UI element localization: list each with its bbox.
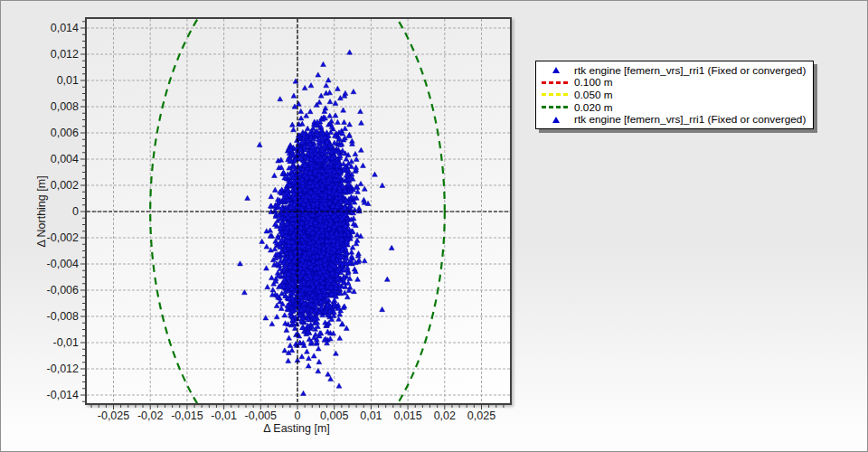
y-tick-label: -0,012 <box>6 362 79 376</box>
y-tick-label: -0,004 <box>6 257 79 271</box>
dashed-line-swatch-icon <box>538 106 574 108</box>
dashed-line-swatch-icon <box>538 93 574 96</box>
y-tick-label: 0,006 <box>6 126 79 140</box>
y-tick-label: -0,008 <box>6 309 79 324</box>
y-axis-title: Δ Northing [m] <box>35 175 48 247</box>
legend: rtk engine [femern_vrs]_rri1 (Fixed or c… <box>535 61 814 129</box>
legend-entry[interactable]: rtk engine [femern_vrs]_rri1 (Fixed or c… <box>538 64 806 77</box>
dashed-line-swatch-icon <box>542 93 571 96</box>
dashed-line-swatch-icon <box>538 81 574 84</box>
triangle-marker-icon <box>538 67 574 73</box>
y-tick-label: 0,008 <box>6 99 79 114</box>
legend-entry[interactable]: 0.020 m <box>538 101 806 114</box>
legend-entry-label: 0.050 m <box>574 89 613 101</box>
y-tick-label: 0,01 <box>6 73 79 88</box>
triangle-marker-icon <box>538 117 574 123</box>
x-axis-title: Δ Easting [m] <box>263 422 330 435</box>
dashed-line-swatch-icon <box>542 106 571 108</box>
y-tick-label: -0,01 <box>6 335 79 350</box>
plot-area <box>85 17 512 405</box>
legend-entry[interactable]: 0.050 m <box>538 89 806 101</box>
zero-axis-crosshair-layer <box>87 19 510 403</box>
y-tick-label: -0,014 <box>6 388 79 402</box>
triangle-marker-icon <box>552 67 560 73</box>
y-tick-label: 0,012 <box>6 47 79 61</box>
triangle-marker-icon <box>552 117 560 123</box>
scatter-plot-window: -0,025-0,02-0,015-0,01-0,00500,0050,010,… <box>0 0 868 452</box>
legend-entry[interactable]: 0.100 m <box>538 77 806 89</box>
y-tick-label: 0,004 <box>6 152 79 166</box>
legend-entry-label: rtk engine [femern_vrs]_rri1 (Fixed or c… <box>574 64 806 77</box>
y-tick-label: 0,014 <box>6 21 79 35</box>
legend-entry[interactable]: rtk engine [femern_vrs]_rri1 (Fixed or c… <box>538 113 806 126</box>
y-tick-label: -0,006 <box>6 283 79 297</box>
legend-entry-label: 0.100 m <box>574 76 613 89</box>
legend-entry-label: 0.020 m <box>574 101 613 114</box>
legend-entry-label: rtk engine [femern_vrs]_rri1 (Fixed or c… <box>574 113 806 126</box>
dashed-line-swatch-icon <box>542 81 571 84</box>
x-tick-label: 0,025 <box>453 410 511 422</box>
